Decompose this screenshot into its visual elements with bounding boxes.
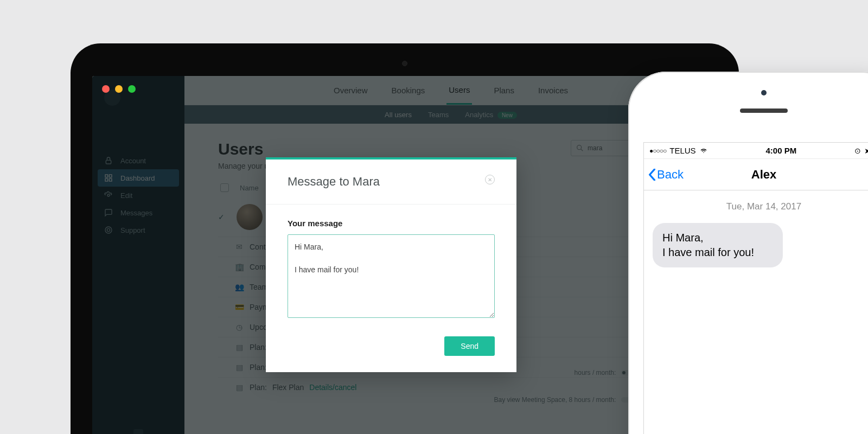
bubble-line: I have mail for you! (662, 245, 773, 260)
chat-date: Tue, Mar 14, 2017 (653, 201, 868, 212)
bubble-line: Hi Mara, (662, 231, 773, 245)
back-label: Back (657, 168, 684, 182)
laptop-camera (402, 61, 407, 66)
back-button[interactable]: Back (644, 168, 684, 182)
phone-speaker (740, 108, 788, 113)
minimize-window-icon[interactable] (115, 85, 123, 93)
message-bubble: Hi Mara, I have mail for you! (653, 223, 783, 267)
chevron-left-icon (648, 169, 656, 181)
modal-close-button[interactable]: ✕ (485, 175, 495, 184)
message-textarea[interactable] (288, 234, 495, 318)
location-icon: ➤ (864, 146, 868, 155)
close-icon: ✕ (488, 177, 492, 183)
maximize-window-icon[interactable] (128, 85, 136, 93)
message-modal: Message to Mara ✕ Your message Send (266, 157, 516, 372)
message-field-label: Your message (288, 219, 495, 228)
carrier: TELUS (669, 146, 695, 155)
phone-screen: ●○○○○ TELUS 4:00 PM ⊙ ➤ ᛒ Back Alex Tue,… (643, 142, 868, 434)
status-bar: ●○○○○ TELUS 4:00 PM ⊙ ➤ ᛒ (644, 143, 868, 159)
alarm-icon: ⊙ (854, 146, 861, 155)
close-window-icon[interactable] (102, 85, 110, 93)
wifi-icon (699, 148, 708, 154)
status-time: 4:00 PM (765, 146, 796, 155)
signal-icon: ●○○○○ (649, 147, 666, 155)
chat-contact-name: Alex (751, 168, 776, 182)
chat-header: Back Alex (644, 159, 868, 190)
window-controls (102, 85, 136, 93)
phone-frame: ●○○○○ TELUS 4:00 PM ⊙ ➤ ᛒ Back Alex Tue,… (628, 72, 868, 434)
modal-title: Message to Mara (288, 175, 380, 189)
send-button[interactable]: Send (444, 336, 495, 356)
chat-body: Tue, Mar 14, 2017 Hi Mara, I have mail f… (644, 190, 868, 434)
